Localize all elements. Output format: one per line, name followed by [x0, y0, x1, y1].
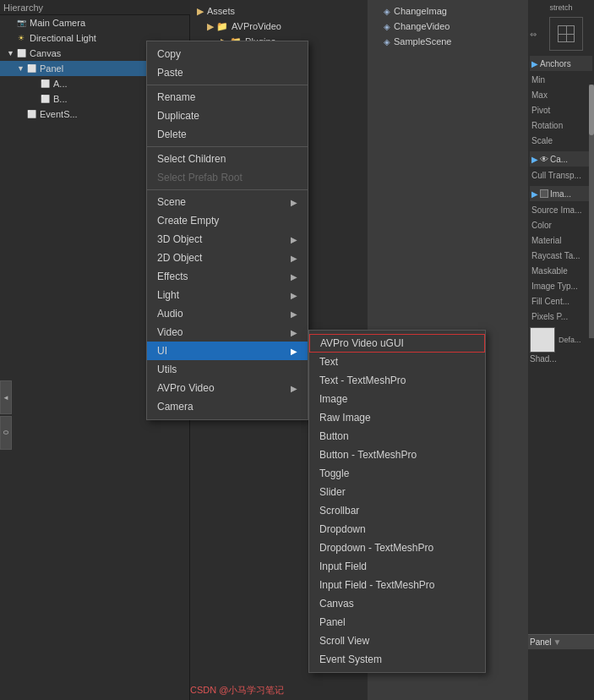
sub-text-textmeshpro[interactable]: Text - TextMeshPro — [309, 371, 485, 390]
ctx-video[interactable]: Video ▶ — [147, 323, 308, 342]
light-icon: ☀ — [15, 32, 27, 44]
collapse-btn-1[interactable]: ◄ — [0, 380, 12, 414]
ctx-paste[interactable]: Paste — [147, 63, 308, 82]
sub-text[interactable]: Text — [309, 353, 485, 371]
watermark: CSDN @小马学习笔记 — [190, 684, 284, 697]
ctx-utils[interactable]: Utils — [147, 360, 308, 379]
sub-event-system[interactable]: Event System — [309, 650, 485, 669]
stretch-icons-row: ⇔ — [530, 14, 592, 54]
camera-icon: 📷 — [15, 17, 27, 29]
ctx-select-children[interactable]: Select Children — [147, 150, 308, 168]
scene-items-panel: ◈ ChangeImag ◈ ChangeVideo ◈ SampleScene — [380, 0, 524, 49]
arrow-right-effects: ▶ — [291, 272, 297, 282]
assets-title: ▶ Assets — [190, 3, 368, 19]
shader-label: Shad... — [530, 354, 557, 364]
raycast-row: Raycast Ta... — [530, 248, 592, 263]
expand-icon: ⇔ — [530, 30, 537, 39]
hierarchy-header: Hierarchy — [0, 0, 190, 15]
texture-swatch[interactable] — [530, 327, 555, 353]
ctx-create-empty[interactable]: Create Empty — [147, 211, 308, 230]
sub-avpro-video-ugui[interactable]: AVPro Video uGUI — [309, 334, 485, 353]
scene-item-samplescene[interactable]: ◈ SampleScene — [380, 34, 524, 49]
pixels-row: Pixels P... — [530, 309, 592, 324]
camera-section: ▶ 👁 Ca... — [530, 151, 592, 167]
min-row: Min — [530, 72, 592, 87]
sub-raw-image[interactable]: Raw Image — [309, 408, 485, 427]
sub-input-field[interactable]: Input Field — [309, 557, 485, 576]
arrow-right-light: ▶ — [291, 291, 297, 300]
ctx-3d-object[interactable]: 3D Object ▶ — [147, 230, 308, 249]
event-icon: ⬜ — [25, 108, 37, 120]
assets-folder-icon: ▶ — [197, 6, 204, 17]
avprovideo-folder[interactable]: ▶ 📁 AVProVideo — [190, 19, 368, 34]
sub-canvas[interactable]: Canvas — [309, 594, 485, 613]
image-triangle-icon: ▶ — [531, 189, 538, 199]
source-row: Source Ima... — [530, 202, 592, 217]
sub-dropdown[interactable]: Dropdown — [309, 520, 485, 539]
stretch-box[interactable] — [549, 17, 583, 51]
scene-icon-2: ◈ — [384, 22, 390, 31]
panel-dropdown-row: Panel ▼ — [528, 634, 594, 649]
scene-icon-3: ◈ — [384, 37, 390, 46]
sub-input-field-textmeshpro[interactable]: Input Field - TextMeshPro — [309, 576, 485, 594]
scene-icon-1: ◈ — [384, 7, 390, 16]
ctx-copy[interactable]: Copy — [147, 45, 308, 63]
stretch-label: stretch — [530, 3, 592, 12]
sub-button[interactable]: Button — [309, 427, 485, 446]
ctx-divider-2 — [147, 146, 308, 147]
arrow-panel: ▼ — [17, 64, 25, 73]
ctx-2d-object[interactable]: 2D Object ▶ — [147, 249, 308, 267]
arrow-right-ui: ▶ — [291, 347, 297, 356]
ctx-delete[interactable]: Delete — [147, 125, 308, 144]
anchors-section: ▶ Anchors — [530, 56, 592, 71]
ctx-effects[interactable]: Effects ▶ — [147, 267, 308, 286]
arrow-right-avpro: ▶ — [291, 384, 297, 393]
arrow-canvas: ▼ — [7, 49, 15, 57]
scene-item-changeimag[interactable]: ◈ ChangeImag — [380, 3, 524, 19]
ctx-divider-1 — [147, 85, 308, 85]
color-row: Color — [530, 217, 592, 232]
stretch-v-line — [566, 26, 567, 41]
arrow-right-video: ▶ — [291, 328, 297, 337]
ctx-camera[interactable]: Camera — [147, 397, 308, 416]
ctx-light[interactable]: Light ▶ — [147, 286, 308, 304]
ctx-duplicate[interactable]: Duplicate — [147, 107, 308, 125]
scrollbar-thumb[interactable] — [589, 85, 594, 135]
image-section: ▶ Ima... — [530, 186, 592, 201]
camera-triangle-icon: ▶ — [531, 155, 538, 164]
texture-swatch-row: Defa... — [530, 327, 592, 353]
checkbox-icon[interactable] — [540, 189, 548, 198]
sub-toggle[interactable]: Toggle — [309, 464, 485, 483]
sub-panel[interactable]: Panel — [309, 613, 485, 632]
material-row: Material — [530, 232, 592, 248]
sub-scroll-view[interactable]: Scroll View — [309, 632, 485, 650]
sub-button-textmeshpro[interactable]: Button - TextMeshPro — [309, 446, 485, 464]
scene-item-changevideo[interactable]: ◈ ChangeVideo — [380, 19, 524, 34]
fillcenter-row: Fill Cent... — [530, 293, 592, 309]
inspector-scrollbar[interactable] — [589, 85, 594, 338]
ctx-rename[interactable]: Rename — [147, 88, 308, 107]
pivot-row: Pivot — [530, 102, 592, 118]
ctx-ui[interactable]: UI ▶ — [147, 342, 308, 360]
sub-scrollbar[interactable]: Scrollbar — [309, 501, 485, 520]
ctx-audio[interactable]: Audio ▶ — [147, 304, 308, 323]
sub-image[interactable]: Image — [309, 390, 485, 408]
sub-slider[interactable]: Slider — [309, 483, 485, 501]
dropdown-arrow[interactable]: ▼ — [553, 637, 562, 647]
folder-icon: ▶ 📁 — [207, 21, 228, 32]
ctx-avpro-video[interactable]: AVPro Video ▶ — [147, 379, 308, 397]
ui-submenu: AVPro Video uGUI Text Text - TextMeshPro… — [308, 330, 486, 673]
sub-dropdown-textmeshpro[interactable]: Dropdown - TextMeshPro — [309, 539, 485, 557]
side-buttons-container: ◄ 0 — [0, 380, 12, 450]
ctx-divider-3 — [147, 189, 308, 190]
arrow-right-scene: ▶ — [291, 198, 297, 207]
stretch-inner — [558, 25, 575, 42]
inspector-panel: stretch ⇔ ▶ Anchors Min Max Pivot Rotati… — [528, 0, 594, 700]
ctx-scene[interactable]: Scene ▶ — [147, 193, 308, 211]
scale-row: Scale — [530, 133, 592, 148]
collapse-btn-2[interactable]: 0 — [0, 416, 12, 450]
hierarchy-main-camera[interactable]: 📷 Main Camera — [0, 15, 190, 30]
context-menu: Copy Paste Rename Duplicate Delete Selec… — [146, 41, 308, 420]
arrow-right-3d: ▶ — [291, 235, 297, 244]
arrow-right-audio: ▶ — [291, 309, 297, 319]
